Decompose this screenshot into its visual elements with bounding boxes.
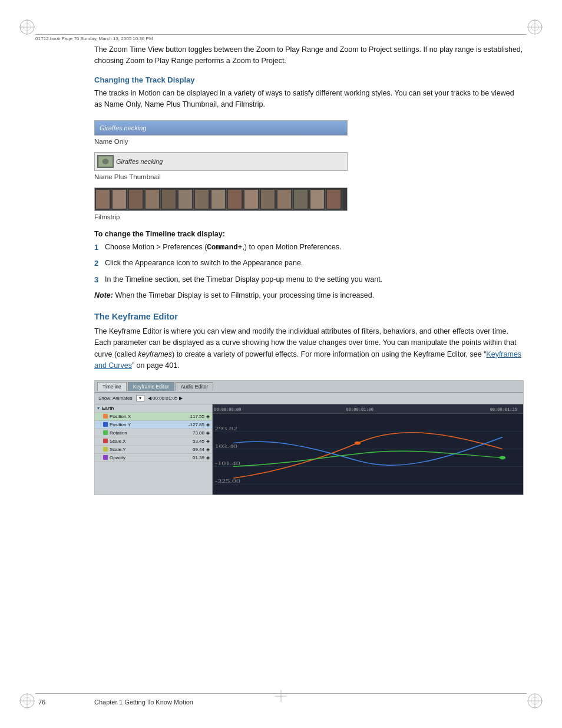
film-frame-4: [144, 189, 161, 210]
track-thumbnail-text: Giraffes necking: [116, 158, 163, 165]
svg-text:103.40: 103.40: [215, 443, 238, 448]
film-frame-5: [161, 189, 177, 210]
keyframe-editor-screenshot: Timeline Keyframe Editor Audio Editor Sh…: [94, 380, 524, 495]
keyframe-body-2: ) to create a variety of powerful effect…: [172, 350, 486, 358]
film-frame-2: [111, 189, 128, 210]
keyframe-body-3: ” on page 401.: [132, 361, 180, 370]
film-frame-14: [309, 189, 326, 210]
svg-text:-101.40: -101.40: [215, 461, 241, 466]
header-line: 01T12.book Page 76 Sunday, March 13, 200…: [35, 34, 527, 41]
step-1-text: Choose Motion > Preferences (Command+,) …: [105, 242, 342, 253]
track-name-only-text: Giraffes necking: [100, 124, 146, 131]
page-number: 76: [38, 699, 45, 706]
step-2-text: Click the Appearance icon to switch to t…: [105, 258, 303, 269]
film-frame-7: [194, 189, 210, 210]
film-frame-3: [128, 189, 144, 210]
corner-mark-bl: [16, 690, 38, 711]
track-filmstrip: [94, 187, 348, 211]
film-frame-8: [210, 189, 227, 210]
svg-text:-325.00: -325.00: [215, 479, 241, 483]
step-3-text: In the Timeline section, set the Timebar…: [105, 274, 382, 286]
film-frame-1: [95, 189, 111, 210]
corner-mark-tl: [16, 17, 38, 38]
tab-audio-editor: Audio Editor: [176, 382, 213, 391]
film-frame-15: [326, 189, 342, 210]
film-frame-6: [177, 189, 194, 210]
name-only-label: Name Only: [94, 138, 524, 145]
film-frame-11: [260, 189, 276, 210]
tab-keyframe-editor: Keyframe Editor: [128, 382, 174, 391]
step-2: 2 Click the Appearance icon to switch to…: [94, 258, 524, 269]
svg-point-29: [355, 441, 361, 444]
note-label: Note:: [94, 291, 113, 299]
note-body: When the Timebar Display is set to Films…: [113, 291, 374, 299]
main-content: The Zoom Time View button toggles betwee…: [94, 44, 524, 684]
corner-mark-br: [524, 690, 546, 711]
film-frame-9: [227, 189, 243, 210]
track-name-plus-thumbnail: Giraffes necking: [94, 152, 348, 171]
procedure-heading: To change the Timeline track display:: [94, 230, 524, 238]
step-1: 1 Choose Motion > Preferences (Command+,…: [94, 242, 524, 253]
film-frame-12: [276, 189, 293, 210]
svg-point-30: [500, 456, 506, 459]
track-display-section: Giraffes necking Name Only Giraffes neck…: [94, 120, 524, 220]
film-frame-13: [293, 189, 309, 210]
corner-mark-tr: [524, 17, 546, 38]
step-3-num: 3: [94, 274, 105, 286]
bottom-center-cross: [275, 690, 287, 704]
keyframes-italic: keyframes: [138, 350, 172, 358]
header-text: 01T12.book Page 76 Sunday, March 13, 200…: [35, 36, 153, 41]
keyframe-heading: The Keyframe Editor: [94, 312, 524, 321]
kfe-background: Timeline Keyframe Editor Audio Editor Sh…: [95, 381, 523, 495]
keyframe-body: The Keyframe Editor is where you can vie…: [94, 326, 524, 372]
intro-paragraph: The Zoom Time View button toggles betwee…: [94, 44, 524, 67]
thumbnail-image: [97, 155, 114, 168]
chapter-footer: Chapter 1 Getting To Know Motion: [94, 699, 193, 706]
changing-track-heading: Changing the Track Display: [94, 75, 524, 84]
svg-text:293.82: 293.82: [215, 426, 238, 430]
page-container: 01T12.book Page 76 Sunday, March 13, 200…: [0, 0, 562, 728]
film-frame-10: [243, 189, 260, 210]
step-3: 3 In the Timeline section, set the Timeb…: [94, 274, 524, 286]
tab-timeline: Timeline: [97, 382, 127, 391]
filmstrip-label: Filmstrip: [94, 213, 524, 220]
name-plus-label: Name Plus Thumbnail: [94, 173, 524, 180]
svg-point-20: [102, 159, 108, 164]
track-name-only: Giraffes necking: [94, 120, 348, 136]
note-paragraph: Note: When the Timebar Display is set to…: [94, 290, 524, 301]
changing-track-body: The tracks in Motion can be displayed in…: [94, 88, 524, 111]
step-1-num: 1: [94, 242, 105, 253]
step-2-num: 2: [94, 258, 105, 269]
footer-line: [35, 693, 527, 694]
